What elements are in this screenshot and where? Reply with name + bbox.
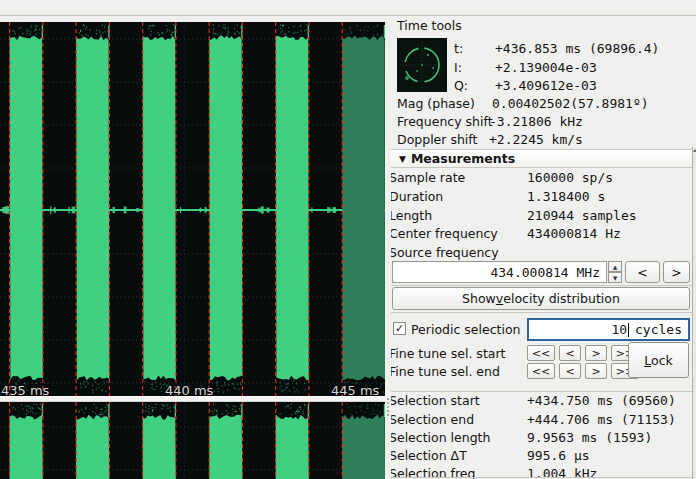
q-value: +3.409612e-03 <box>495 78 597 93</box>
separator <box>391 477 692 478</box>
velocity-button-text: Show <box>462 291 496 306</box>
q-label: Q: <box>454 78 468 93</box>
selection-dt-value: 995.6 µs <box>527 448 590 463</box>
frequency-input[interactable]: 434.000814 MHz <box>392 261 607 283</box>
time-window: 435 ms 440 ms 445 ms Time tools t: +436.… <box>0 0 696 479</box>
tools-panel: Time tools t: +436.853 ms (69896.4) I: +… <box>391 0 692 479</box>
cycles-input-suffix: cycles <box>635 322 682 337</box>
length-label: Length <box>391 208 432 223</box>
selection-start-label: Selection start <box>391 393 480 408</box>
frequency-shift-value: -3.21806 kHz <box>489 114 583 129</box>
sample-rate-label: Sample rate <box>391 170 465 185</box>
center-frequency-label: Center frequency <box>391 226 498 241</box>
amplitude-plot-lower-canvas <box>0 402 385 479</box>
spin-up-button[interactable]: ▲ <box>608 261 622 272</box>
frequency-prev-button[interactable]: < <box>625 261 660 283</box>
collapse-icon: ▼ <box>399 154 406 164</box>
selection-end-label: Selection end <box>391 412 474 427</box>
waveform-area: 435 ms 440 ms 445 ms <box>0 22 385 479</box>
lock-button-accel: L <box>644 353 651 368</box>
frequency-next-button[interactable]: > <box>663 261 690 283</box>
cycles-input[interactable]: 10 cycles <box>527 318 690 341</box>
amplitude-plot-lower[interactable] <box>0 402 385 479</box>
mag-phase-label: Mag (phase) <box>397 96 475 111</box>
text-caret <box>628 323 629 337</box>
spin-down-icon: ▼ <box>613 275 617 281</box>
amplitude-plot-upper-canvas <box>0 22 385 396</box>
time-tick-label: 440 ms <box>165 383 213 396</box>
ft-start-left-button[interactable]: < <box>559 345 581 361</box>
ft-end-left-button[interactable]: < <box>559 363 581 379</box>
time-tick-label: 445 ms <box>331 383 379 396</box>
source-frequency-label: Source frequency <box>391 245 499 260</box>
selection-length-value: 9.9563 ms (1593) <box>527 430 652 445</box>
doppler-shift-label: Doppler shift <box>397 132 477 147</box>
duration-value: 1.318400 s <box>527 189 605 204</box>
frequency-shift-label: Frequency shift <box>397 114 493 129</box>
check-icon: ✓ <box>395 322 404 335</box>
center-frequency-value: 434000814 Hz <box>527 226 621 241</box>
velocity-button-text2: elocity distribution <box>503 291 620 306</box>
iq-constellation-icon <box>397 38 447 92</box>
mag-phase-value: 0.00402502(57.8981º) <box>492 96 649 111</box>
spin-down-button[interactable]: ▼ <box>608 272 622 283</box>
periodic-selection-label: Periodic selection <box>411 322 520 337</box>
ft-end-right-button[interactable]: > <box>585 363 607 379</box>
ft-end-big-left-button[interactable]: << <box>527 363 555 379</box>
i-label: I: <box>454 60 462 75</box>
i-value: +2.139004e-03 <box>495 60 597 75</box>
sample-rate-value: 160000 sp/s <box>527 170 613 185</box>
measurements-section-title: Measurements <box>411 151 515 166</box>
show-velocity-distribution-button[interactable]: Show velocity distribution <box>392 287 690 310</box>
separator <box>391 312 692 313</box>
duration-label: Duration <box>391 189 443 204</box>
separator <box>391 391 692 392</box>
periodic-selection-checkbox[interactable]: ✓ <box>393 322 406 335</box>
frequency-input-value: 434.000814 MHz <box>490 265 600 280</box>
ft-start-big-left-button[interactable]: << <box>527 345 555 361</box>
doppler-shift-value: +2.2245 km/s <box>489 132 583 147</box>
selection-end-value: +444.706 ms (71153) <box>527 412 676 427</box>
separator <box>391 285 692 286</box>
measurements-section-header[interactable]: ▼ Measurements <box>391 149 692 168</box>
ft-start-right-button[interactable]: > <box>585 345 607 361</box>
lock-button-text: ock <box>651 353 673 368</box>
selection-dt-label: Selection ΔT <box>391 448 467 463</box>
t-label: t: <box>454 41 463 56</box>
amplitude-plot-upper[interactable]: 435 ms 440 ms 445 ms <box>0 22 385 396</box>
frequency-spinner: ▲ ▼ <box>608 261 622 283</box>
scrollbar[interactable] <box>692 147 696 479</box>
splitter-grip <box>387 398 389 416</box>
fine-tune-end-label: Fine tune sel. end <box>391 364 500 379</box>
time-tools-title: Time tools <box>397 18 462 33</box>
fine-tune-start-label: Fine tune sel. start <box>391 346 506 361</box>
spin-up-icon: ▲ <box>613 264 617 270</box>
t-value: +436.853 ms (69896.4) <box>495 41 659 56</box>
time-tick-label: 435 ms <box>1 383 49 396</box>
lock-button[interactable]: Lock <box>628 342 689 378</box>
velocity-button-accel: v <box>496 291 503 306</box>
length-value: 210944 samples <box>527 208 637 223</box>
selection-start-value: +434.750 ms (69560) <box>527 393 676 408</box>
selection-length-label: Selection length <box>391 430 490 445</box>
cycles-input-value: 10 <box>611 322 627 337</box>
